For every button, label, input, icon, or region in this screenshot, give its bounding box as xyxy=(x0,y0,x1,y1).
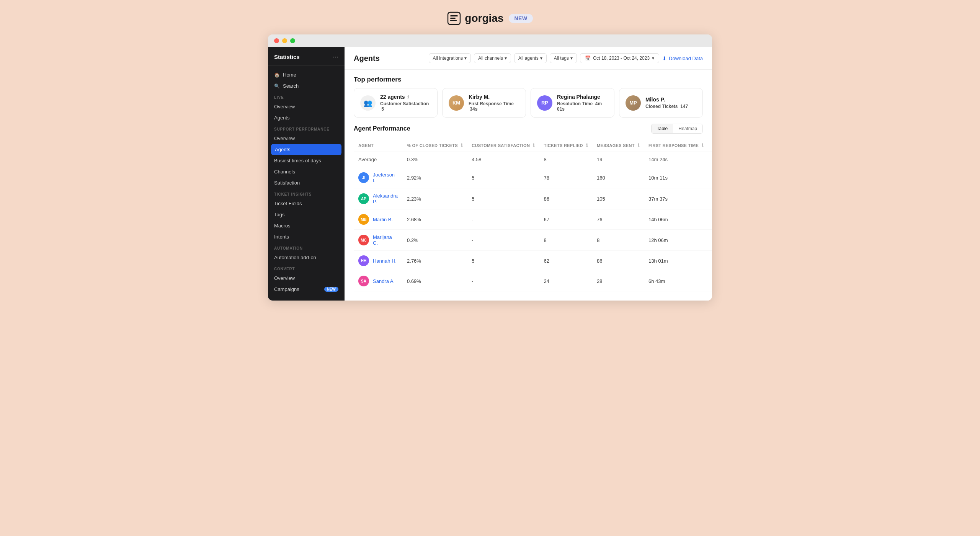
sidebar-item-intents[interactable]: Intents xyxy=(268,231,345,242)
sidebar-item-search[interactable]: 🔍 Search xyxy=(268,80,345,92)
filter-tags[interactable]: All tags ▾ xyxy=(550,53,577,63)
chevron-down-icon: ▾ xyxy=(652,56,654,61)
filter-integrations[interactable]: All integrations ▾ xyxy=(429,53,471,63)
logo: gorgias xyxy=(447,11,503,25)
browser-dot-minimize[interactable] xyxy=(282,38,287,43)
performer-name-regina: Regina Phalange xyxy=(557,94,608,100)
resolution-time-cell: 7d 03h xyxy=(708,230,712,251)
col-first-response-time[interactable]: FIRST RESPONSE TIME ℹ xyxy=(644,139,708,152)
chevron-down-icon: ▾ xyxy=(464,56,467,61)
sidebar-item-ticket-fields[interactable]: Ticket Fields xyxy=(268,198,345,209)
info-icon: ℹ xyxy=(461,143,462,148)
performer-stat-regina: Resolution Time 4m 01s xyxy=(557,101,608,112)
sidebar-item-support-overview[interactable]: Overview xyxy=(268,133,345,144)
svg-rect-2 xyxy=(450,18,456,19)
chevron-down-icon: ▾ xyxy=(505,56,507,61)
performer-stat-agents: Customer Satisfaction 5 xyxy=(380,101,431,112)
view-heatmap-button[interactable]: Heatmap xyxy=(673,124,702,133)
agent-link[interactable]: Aleksandra P. xyxy=(373,193,398,204)
resolution-time-cell: 49m 50s xyxy=(708,167,712,188)
col-resolution-time[interactable]: RESOLUTION TIME ℹ xyxy=(708,139,712,152)
info-icon: ℹ xyxy=(638,143,639,148)
agent-performance-section: Agent Performance Table Heatmap AGENT xyxy=(345,124,712,301)
kirby-avatar: KM xyxy=(449,95,464,111)
agent-link[interactable]: Martin B. xyxy=(373,217,393,222)
sidebar-item-busiest-times[interactable]: Busiest times of days xyxy=(268,155,345,166)
table-row: AP Aleksandra P. 2.23% 5 86 105 37m 37s … xyxy=(354,188,712,209)
table-row: Average 0.3% 4.58 8 19 14m 24s 2h 28m 1.… xyxy=(354,152,712,167)
sidebar-menu-icon[interactable]: ⋯ xyxy=(332,53,338,60)
tickets-replied-cell: 8 xyxy=(539,230,592,251)
sidebar-item-tags[interactable]: Tags xyxy=(268,209,345,220)
section-support-performance: SUPPORT PERFORMANCE xyxy=(268,123,345,133)
table-row: HH Hannah H. 2.76% 5 62 86 13h 01m 1d 08… xyxy=(354,251,712,271)
closed-tickets-cell: 0.2% xyxy=(402,230,467,251)
col-messages-sent[interactable]: MESSAGES SENT ℹ xyxy=(592,139,644,152)
sidebar-item-support-agents[interactable]: Agents xyxy=(271,144,341,155)
filter-agents[interactable]: All agents ▾ xyxy=(514,53,547,63)
browser-dot-close[interactable] xyxy=(274,38,279,43)
view-table-button[interactable]: Table xyxy=(652,124,673,133)
first-response-time-cell: 14m 24s xyxy=(644,152,708,167)
closed-tickets-cell: 2.76% xyxy=(402,251,467,271)
tickets-replied-cell: 24 xyxy=(539,271,592,291)
download-data-button[interactable]: ⬇ Download Data xyxy=(662,56,703,61)
sidebar-item-macros[interactable]: Macros xyxy=(268,220,345,231)
sidebar-item-live-agents[interactable]: Agents xyxy=(268,112,345,123)
tickets-replied-cell: 8 xyxy=(539,152,592,167)
first-response-time-cell: 37m 37s xyxy=(644,188,708,209)
table-body: Average 0.3% 4.58 8 19 14m 24s 2h 28m 1.… xyxy=(354,152,712,291)
view-toggle: Table Heatmap xyxy=(651,124,703,134)
date-range-picker[interactable]: 📅 Oct 18, 2023 - Oct 24, 2023 ▾ xyxy=(580,53,659,63)
section-ticket-insights: TICKET INSIGHTS xyxy=(268,188,345,198)
col-tickets-replied[interactable]: TICKETS REPLIED ℹ xyxy=(539,139,592,152)
agent-link[interactable]: Joeferson I. xyxy=(373,172,398,183)
performer-stat-milos: Closed Tickets 147 xyxy=(645,104,696,109)
messages-sent-cell: 76 xyxy=(592,209,644,230)
first-response-time-cell: 13h 01m xyxy=(644,251,708,271)
col-agent: AGENT xyxy=(354,139,402,152)
agent-link[interactable]: Marijana C. xyxy=(373,234,398,246)
sidebar-title: Statistics xyxy=(274,54,300,60)
messages-sent-cell: 105 xyxy=(592,188,644,209)
sidebar-item-home[interactable]: 🏠 Home xyxy=(268,69,345,80)
milos-avatar: MP xyxy=(626,95,641,111)
agent-avatar: MC xyxy=(358,235,369,245)
performer-card-agents: 👥 22 agents ℹ Customer Satisfaction 5 xyxy=(354,88,438,118)
sidebar-item-convert-overview[interactable]: Overview xyxy=(268,273,345,284)
sidebar-item-satisfaction[interactable]: Satisfaction xyxy=(268,177,345,188)
sidebar-item-automation-addon[interactable]: Automation add-on xyxy=(268,252,345,263)
tickets-replied-cell: 62 xyxy=(539,251,592,271)
resolution-time-cell: 1d 08h xyxy=(708,251,712,271)
new-badge: NEW xyxy=(509,14,532,23)
agent-link[interactable]: Hannah H. xyxy=(373,258,397,264)
chevron-down-icon: ▾ xyxy=(540,56,542,61)
first-response-time-cell: 14h 06m xyxy=(644,209,708,230)
section-live: LIVE xyxy=(268,92,345,101)
messages-sent-cell: 160 xyxy=(592,167,644,188)
closed-tickets-cell: 0.3% xyxy=(402,152,467,167)
resolution-time-cell: 4h 41m xyxy=(708,188,712,209)
info-icon: ℹ xyxy=(533,143,534,148)
closed-tickets-cell: 2.92% xyxy=(402,167,467,188)
agent-link[interactable]: Sandra A. xyxy=(373,278,395,284)
performer-card-milos: MP Milos P. Closed Tickets 147 xyxy=(619,88,703,118)
closed-tickets-cell: 2.68% xyxy=(402,209,467,230)
agents-avatar: 👥 xyxy=(360,95,376,111)
sidebar-item-channels[interactable]: Channels xyxy=(268,166,345,177)
browser-dot-maximize[interactable] xyxy=(290,38,295,43)
top-performers-section: Top performers 👥 22 agents ℹ Customer Sa… xyxy=(345,70,712,124)
svg-rect-3 xyxy=(450,20,457,21)
agent-avatar: JI xyxy=(358,172,369,183)
filter-channels[interactable]: All channels ▾ xyxy=(474,53,511,63)
sidebar-item-campaigns[interactable]: Campaigns NEW xyxy=(268,284,345,295)
sidebar-item-live-overview[interactable]: Overview xyxy=(268,101,345,112)
messages-sent-cell: 86 xyxy=(592,251,644,271)
info-icon: ℹ xyxy=(702,143,703,148)
col-closed-tickets[interactable]: % OF CLOSED TICKETS ℹ xyxy=(402,139,467,152)
performer-info-milos: Milos P. Closed Tickets 147 xyxy=(645,96,696,109)
performance-title: Agent Performance xyxy=(354,125,410,132)
col-customer-satisfaction[interactable]: CUSTOMER SATISFACTION ℹ xyxy=(467,139,539,152)
campaigns-new-badge: NEW xyxy=(324,287,338,292)
agent-cell-average: Average xyxy=(354,152,402,167)
